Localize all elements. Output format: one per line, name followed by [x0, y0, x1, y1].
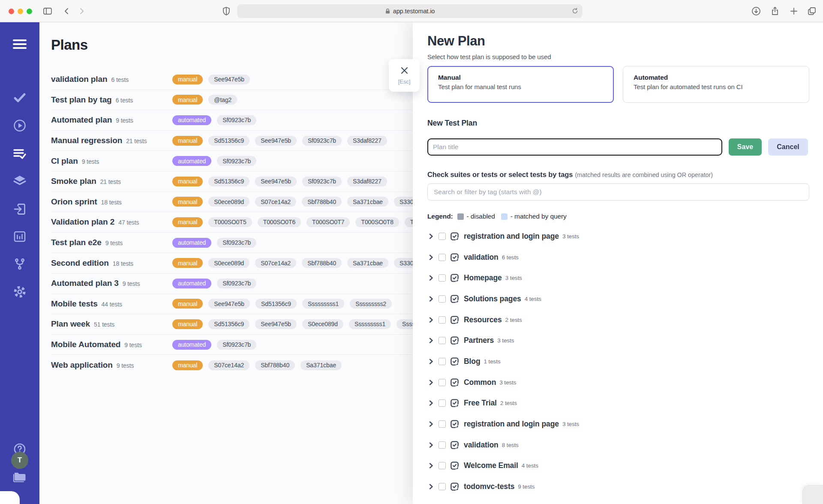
chevron-right-icon[interactable] [427, 233, 435, 240]
suite-checkbox[interactable] [439, 441, 446, 449]
suite-name[interactable]: validation [464, 253, 499, 262]
plan-title-input[interactable] [427, 138, 722, 156]
plan-tests-count: 9 tests [82, 158, 99, 165]
suite-checkbox[interactable] [439, 420, 446, 428]
suite-checkbox[interactable] [439, 379, 446, 386]
suite-checkbox[interactable] [439, 358, 446, 365]
chevron-right-icon[interactable] [427, 483, 435, 490]
plan-name-link[interactable]: Second edition [51, 258, 109, 268]
address-bar[interactable]: app.testomat.io [237, 4, 583, 18]
chevron-right-icon[interactable] [427, 254, 435, 261]
suite-name[interactable]: registration and login page [464, 232, 559, 241]
suite-name[interactable]: Resources [464, 315, 502, 324]
plan-name-link[interactable]: Mobile tests [51, 299, 98, 309]
chevron-right-icon[interactable] [427, 462, 435, 469]
new-plan-panel: [Esc] New Plan Select how test plan is s… [413, 22, 823, 504]
suite-name[interactable]: Partners [464, 336, 494, 345]
suite-name[interactable]: Blog [464, 357, 480, 366]
plan-name-link[interactable]: validation plan [51, 75, 108, 84]
suites-layers-icon[interactable] [0, 175, 39, 188]
suite-checkbox[interactable] [439, 462, 446, 469]
chevron-right-icon[interactable] [427, 420, 435, 428]
suite-checkbox[interactable] [439, 233, 446, 240]
plan-name-link[interactable]: Web application [51, 360, 113, 370]
runs-play-icon[interactable] [0, 119, 39, 132]
back-icon[interactable] [62, 6, 72, 18]
plan-name-link[interactable]: Orion sprint [51, 197, 97, 207]
tag-chip: T000SO0T5 [208, 217, 252, 227]
manual-type-card[interactable]: Manual Test plan for manual test runs [427, 66, 614, 103]
save-button[interactable]: Save [729, 138, 762, 156]
import-sign-in-icon[interactable] [0, 203, 39, 216]
plan-name-link[interactable]: Mobile Automated [51, 340, 120, 349]
tag-search-input[interactable] [427, 183, 809, 201]
plan-name-link[interactable]: Test plan by tag [51, 95, 112, 105]
suite-name[interactable]: Common [464, 378, 496, 387]
suite-checkbox[interactable] [439, 274, 446, 282]
new-test-plan-heading: New Test Plan [427, 119, 809, 128]
automated-type-card[interactable]: Automated Test plan for automated test r… [623, 66, 809, 103]
suite-name[interactable]: registration and login page [464, 420, 559, 429]
suite-name[interactable]: Solutions pages [464, 294, 521, 303]
tab-overview-icon[interactable] [807, 6, 817, 18]
chevron-right-icon[interactable] [427, 316, 435, 324]
window-zoom-button[interactable] [27, 9, 32, 14]
branches-icon[interactable] [0, 258, 39, 270]
downloads-icon[interactable] [751, 6, 761, 18]
chevron-right-icon[interactable] [427, 379, 435, 386]
plan-name-link[interactable]: Manual regression [51, 136, 122, 145]
share-icon[interactable] [770, 6, 780, 18]
user-avatar[interactable]: T [11, 452, 28, 469]
suite-name[interactable]: validation [464, 441, 499, 450]
plan-name-link[interactable]: Smoke plan [51, 177, 96, 186]
suite-name[interactable]: todomvc-tests [464, 482, 514, 491]
suite-tests-count: 3 tests [562, 233, 579, 240]
chevron-right-icon[interactable] [427, 337, 435, 344]
suite-checkbox[interactable] [439, 295, 446, 303]
suite-checkbox[interactable] [439, 316, 446, 324]
tests-check-icon[interactable] [0, 92, 39, 103]
plan-name-col: Validation plan 2 47 tests [51, 217, 172, 227]
window-minimize-button[interactable] [18, 9, 23, 14]
plan-name-link[interactable]: Automated plan [51, 115, 112, 125]
sidebar-toggle-icon[interactable] [42, 6, 53, 18]
privacy-shield-icon[interactable] [221, 6, 231, 18]
close-icon[interactable] [400, 66, 408, 76]
tag-chip: Sssssssss2 [350, 299, 392, 309]
menu-icon[interactable] [0, 38, 39, 51]
plan-name-link[interactable]: Automated plan 3 [51, 279, 119, 288]
chevron-right-icon[interactable] [427, 295, 435, 303]
suite-checkbox[interactable] [439, 483, 446, 490]
tag-chip: Sssssssss1 [349, 319, 391, 329]
chevron-right-icon[interactable] [427, 441, 435, 449]
plan-tag-chips: Sf0923c7b [217, 279, 256, 288]
plan-name-link[interactable]: Plan week [51, 319, 90, 329]
chevron-right-icon[interactable] [427, 399, 435, 407]
suite-checkbox[interactable] [439, 254, 446, 261]
chevron-right-icon[interactable] [427, 358, 435, 365]
tag-chip: Sbf788b40 [302, 197, 342, 207]
plans-list-check-icon[interactable] [0, 148, 39, 160]
plan-name-link[interactable]: Validation plan 2 [51, 217, 114, 227]
plan-name-link[interactable]: Test plan e2e [51, 238, 102, 247]
suite-name[interactable]: Welcome Email [464, 461, 518, 470]
suite-name[interactable]: Free Trial [464, 399, 497, 408]
close-button[interactable]: [Esc] [389, 59, 420, 92]
new-tab-icon[interactable] [789, 6, 799, 18]
settings-gear-icon[interactable] [0, 285, 39, 299]
forward-icon[interactable] [76, 6, 87, 18]
modal-subtitle: Select how test plan is supposed to be u… [427, 53, 809, 60]
suite-checkbox[interactable] [439, 337, 446, 344]
chevron-right-icon[interactable] [427, 274, 435, 282]
window-close-button[interactable] [9, 9, 14, 14]
suite-name[interactable]: Homepage [464, 273, 502, 282]
analytics-chart-icon[interactable] [0, 230, 39, 243]
content-rounded-corner [0, 491, 20, 504]
cancel-button[interactable]: Cancel [768, 138, 808, 156]
suite-checkbox[interactable] [439, 399, 446, 407]
plan-name-link[interactable]: CI plan [51, 156, 78, 166]
tag-chip: Sf0923c7b [302, 136, 342, 146]
reload-icon[interactable] [571, 7, 579, 16]
plan-type-cards: Manual Test plan for manual test runs Au… [427, 66, 809, 103]
projects-folder-icon[interactable] [0, 470, 39, 483]
